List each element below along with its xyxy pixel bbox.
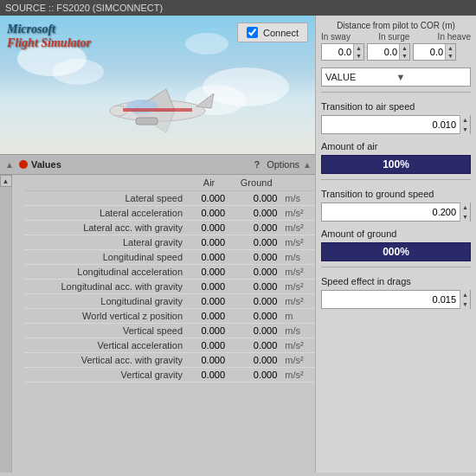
row-ground: 0.000 xyxy=(230,206,282,221)
in-sway-label: In sway xyxy=(321,32,351,42)
speed-effect-up[interactable]: ▲ xyxy=(460,290,470,299)
row-air: 0.000 xyxy=(188,309,230,324)
surge-input[interactable]: ▲ ▼ xyxy=(367,43,410,61)
col-air-header: Air xyxy=(188,175,230,191)
surge-value[interactable] xyxy=(368,47,399,57)
row-ground: 0.000 xyxy=(230,265,282,280)
divider-3 xyxy=(321,267,471,267)
sway-up[interactable]: ▲ xyxy=(354,44,363,52)
table-row: Vertical gravity 0.000 0.000 m/s² xyxy=(24,368,315,383)
tab-values[interactable]: Values xyxy=(31,159,254,170)
data-table: Air Ground Lateral speed 0.000 0.000 m/s… xyxy=(24,175,315,383)
row-air: 0.000 xyxy=(188,265,230,280)
heave-value[interactable] xyxy=(414,47,445,57)
transition-air-value[interactable] xyxy=(322,119,460,130)
row-unit: m/s² xyxy=(282,353,315,368)
row-air: 0.000 xyxy=(188,221,230,235)
row-ground: 0.000 xyxy=(230,368,282,383)
row-air: 0.000 xyxy=(188,324,230,338)
transition-ground-up[interactable]: ▲ xyxy=(460,203,470,212)
speed-effect-input[interactable]: ▲ ▼ xyxy=(321,290,471,309)
table-row: Longitudinal acceleration 0.000 0.000 m/… xyxy=(24,265,315,280)
row-unit: m/s² xyxy=(282,280,315,294)
row-label: Vertical speed xyxy=(24,324,188,338)
scroll-up-button[interactable]: ▲ xyxy=(0,175,12,187)
table-row: Lateral gravity 0.000 0.000 m/s² xyxy=(24,235,315,250)
row-air: 0.000 xyxy=(188,250,230,265)
sway-value[interactable] xyxy=(322,47,353,57)
row-label: Longitudinal acceleration xyxy=(24,265,188,280)
data-table-wrapper: Air Ground Lateral speed 0.000 0.000 m/s… xyxy=(12,175,315,473)
row-unit: m/s xyxy=(282,191,315,206)
table-row: Longitudinal gravity 0.000 0.000 m/s² xyxy=(24,294,315,309)
row-label: Lateral gravity xyxy=(24,235,188,250)
transition-ground-input[interactable]: ▲ ▼ xyxy=(321,203,471,222)
heave-up[interactable]: ▲ xyxy=(446,44,455,52)
row-label: Longitudinal speed xyxy=(24,250,188,265)
table-row: Lateral speed 0.000 0.000 m/s xyxy=(24,191,315,206)
row-air: 0.000 xyxy=(188,191,230,206)
heave-down[interactable]: ▼ xyxy=(446,52,455,60)
row-air: 0.000 xyxy=(188,353,230,368)
row-ground: 0.000 xyxy=(230,294,282,309)
table-row: Longitudinal speed 0.000 0.000 m/s xyxy=(24,250,315,265)
connect-button[interactable]: Connect xyxy=(237,23,308,42)
surge-down[interactable]: ▼ xyxy=(400,52,409,60)
row-label: Lateral acc. with gravity xyxy=(24,221,188,235)
sway-input[interactable]: ▲ ▼ xyxy=(321,43,364,61)
row-unit: m/s² xyxy=(282,368,315,383)
row-unit: m/s² xyxy=(282,235,315,250)
row-ground: 0.000 xyxy=(230,353,282,368)
tab-options[interactable]: Options xyxy=(267,159,299,170)
row-label: Lateral speed xyxy=(24,191,188,206)
speed-effect-value[interactable] xyxy=(322,294,460,305)
table-row: Vertical acceleration 0.000 0.000 m/s² xyxy=(24,338,315,353)
tab-arrow-right[interactable]: ▲ xyxy=(303,160,312,170)
row-ground: 0.000 xyxy=(230,280,282,294)
row-unit: m/s xyxy=(282,324,315,338)
tab-bar: ▲ Values ? Options ▲ xyxy=(0,154,315,175)
speed-effect-down[interactable]: ▼ xyxy=(460,299,470,309)
transition-air-up[interactable]: ▲ xyxy=(460,115,470,125)
transition-ground-down[interactable]: ▼ xyxy=(460,212,470,222)
plane-image xyxy=(71,72,244,141)
sway-down[interactable]: ▼ xyxy=(354,52,363,60)
flight-simulator-logo: Microsoft Flight Simulator xyxy=(7,23,91,50)
col-label-header xyxy=(24,175,188,191)
table-row: Vertical speed 0.000 0.000 m/s xyxy=(24,324,315,338)
row-label: Lateral acceleration xyxy=(24,206,188,221)
help-button[interactable]: ? xyxy=(254,159,260,170)
svg-rect-7 xyxy=(123,108,192,112)
svg-rect-6 xyxy=(136,118,158,125)
amount-air-value[interactable]: 100% xyxy=(321,155,471,174)
row-label: Vertical acc. with gravity xyxy=(24,353,188,368)
speed-effect-label: Speed effect in drags xyxy=(321,276,471,286)
dropdown-arrow-icon: ▼ xyxy=(396,72,467,82)
row-ground: 0.000 xyxy=(230,338,282,353)
row-air: 0.000 xyxy=(188,206,230,221)
tab-arrow-left[interactable]: ▲ xyxy=(3,158,16,171)
left-scroll-panel: ▲ xyxy=(0,175,12,473)
connect-checkbox[interactable] xyxy=(247,27,258,38)
connect-label: Connect xyxy=(263,28,299,38)
row-unit: m/s² xyxy=(282,294,315,309)
transition-ground-value[interactable] xyxy=(322,207,460,217)
row-air: 0.000 xyxy=(188,294,230,309)
table-row: Vertical acc. with gravity 0.000 0.000 m… xyxy=(24,353,315,368)
transition-ground-label: Transition to ground speed xyxy=(321,189,471,199)
row-label: Vertical gravity xyxy=(24,368,188,383)
transition-air-input[interactable]: ▲ ▼ xyxy=(321,115,471,134)
heave-input[interactable]: ▲ ▼ xyxy=(413,43,456,61)
col-ground-header: Ground xyxy=(230,175,282,191)
row-label: Longitudinal acc. with gravity xyxy=(24,280,188,294)
amount-ground-value[interactable]: 000% xyxy=(321,242,471,261)
table-row: Lateral acceleration 0.000 0.000 m/s² xyxy=(24,206,315,221)
row-unit: m/s² xyxy=(282,206,315,221)
divider-1 xyxy=(321,92,471,93)
value-dropdown[interactable]: VALUE ▼ xyxy=(321,68,471,87)
row-unit: m/s² xyxy=(282,221,315,235)
row-label: Vertical acceleration xyxy=(24,338,188,353)
surge-up[interactable]: ▲ xyxy=(400,44,409,52)
transition-air-down[interactable]: ▼ xyxy=(460,125,470,134)
table-row: Lateral acc. with gravity 0.000 0.000 m/… xyxy=(24,221,315,235)
